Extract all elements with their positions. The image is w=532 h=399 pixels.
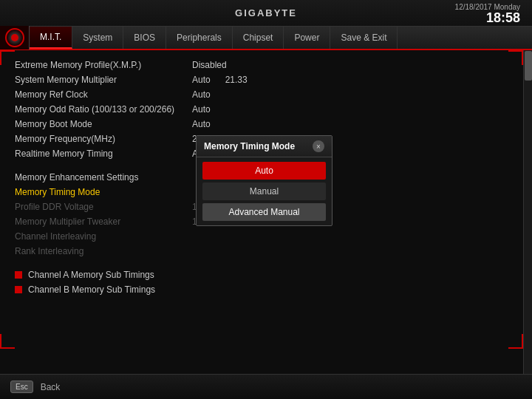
nav-item-mit[interactable]: M.I.T. — [30, 27, 72, 49]
footer: Esc Back — [0, 374, 532, 399]
nav-logo — [0, 26, 30, 50]
back-label: Back — [41, 382, 61, 392]
memory-timing-popup: Memory Timing Mode × Auto Manual Advance… — [196, 135, 332, 226]
popup-option-auto[interactable]: Auto — [202, 162, 326, 180]
popup-option-manual[interactable]: Manual — [202, 183, 326, 200]
nav-item-power[interactable]: Power — [284, 27, 330, 49]
time-display: 18:58 — [455, 10, 520, 24]
datetime-display: 12/18/2017 Monday 18:58 — [455, 2, 520, 24]
nav-item-system[interactable]: System — [72, 27, 123, 49]
nav-item-peripherals[interactable]: Peripherals — [166, 27, 233, 49]
logo-circle — [5, 28, 24, 47]
popup-body: Auto Manual Advanced Manual — [197, 157, 332, 225]
header: GIGABYTE 12/18/2017 Monday 18:58 — [0, 0, 532, 27]
esc-key[interactable]: Esc — [10, 381, 33, 393]
logo-inner — [11, 34, 18, 41]
popup-close-button[interactable]: × — [313, 140, 324, 152]
nav-item-save-exit[interactable]: Save & Exit — [330, 27, 398, 49]
nav-item-chipset[interactable]: Chipset — [233, 27, 284, 49]
popup-header: Memory Timing Mode × — [197, 136, 332, 157]
popup-title: Memory Timing Mode — [204, 141, 295, 151]
main-content: Extreme Memory Profile(X.M.P.) Disabled … — [0, 50, 532, 374]
nav-items: M.I.T. System BIOS Peripherals Chipset P… — [30, 27, 398, 49]
popup-overlay: Memory Timing Mode × Auto Manual Advance… — [0, 50, 532, 374]
nav-item-bios[interactable]: BIOS — [123, 27, 166, 49]
brand-logo: GIGABYTE — [235, 7, 297, 18]
navbar: M.I.T. System BIOS Peripherals Chipset P… — [0, 27, 532, 50]
popup-option-advanced-manual[interactable]: Advanced Manual — [202, 203, 326, 221]
